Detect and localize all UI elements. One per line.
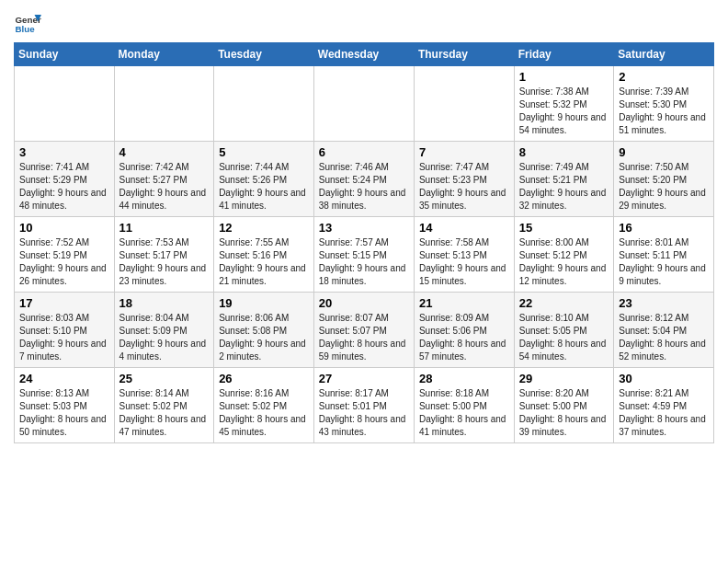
calendar-cell	[114, 66, 214, 142]
calendar-cell: 9Sunrise: 7:50 AM Sunset: 5:20 PM Daylig…	[614, 142, 714, 217]
day-number: 16	[619, 221, 709, 235]
day-info: Sunrise: 8:04 AM Sunset: 5:09 PM Dayligh…	[119, 312, 210, 363]
day-number: 5	[219, 145, 309, 159]
weekday-header-cell: Friday	[514, 43, 613, 66]
day-number: 13	[319, 221, 409, 235]
day-number: 21	[419, 296, 509, 310]
calendar-cell	[214, 66, 314, 142]
day-number: 9	[619, 145, 709, 159]
day-number: 7	[419, 145, 509, 159]
day-info: Sunrise: 8:12 AM Sunset: 5:04 PM Dayligh…	[619, 312, 709, 363]
day-info: Sunrise: 8:01 AM Sunset: 5:11 PM Dayligh…	[619, 236, 709, 288]
day-number: 24	[19, 372, 109, 385]
weekday-header-cell: Monday	[114, 43, 214, 66]
day-info: Sunrise: 7:46 AM Sunset: 5:24 PM Dayligh…	[319, 161, 409, 213]
calendar-week-row: 10Sunrise: 7:52 AM Sunset: 5:19 PM Dayli…	[15, 217, 714, 293]
day-number: 27	[319, 372, 409, 385]
day-number: 12	[219, 221, 309, 235]
day-number: 23	[619, 296, 709, 310]
calendar-cell: 12Sunrise: 7:55 AM Sunset: 5:16 PM Dayli…	[214, 217, 314, 293]
weekday-header-cell: Wednesday	[313, 43, 414, 66]
day-info: Sunrise: 7:49 AM Sunset: 5:21 PM Dayligh…	[519, 161, 609, 213]
calendar-body: 1Sunrise: 7:38 AM Sunset: 5:32 PM Daylig…	[15, 66, 714, 443]
calendar-cell: 22Sunrise: 8:10 AM Sunset: 5:05 PM Dayli…	[514, 293, 613, 368]
calendar-cell: 14Sunrise: 7:58 AM Sunset: 5:13 PM Dayli…	[414, 217, 514, 293]
calendar-cell: 2Sunrise: 7:39 AM Sunset: 5:30 PM Daylig…	[614, 66, 714, 142]
day-number: 22	[519, 296, 609, 310]
calendar-cell: 15Sunrise: 8:00 AM Sunset: 5:12 PM Dayli…	[514, 217, 613, 293]
day-info: Sunrise: 8:09 AM Sunset: 5:06 PM Dayligh…	[419, 312, 509, 363]
day-info: Sunrise: 7:47 AM Sunset: 5:23 PM Dayligh…	[419, 161, 509, 213]
calendar-cell: 23Sunrise: 8:12 AM Sunset: 5:04 PM Dayli…	[614, 293, 714, 368]
weekday-header-cell: Saturday	[614, 43, 714, 66]
day-number: 29	[519, 372, 609, 385]
calendar-week-row: 1Sunrise: 7:38 AM Sunset: 5:32 PM Daylig…	[15, 66, 714, 142]
day-number: 2	[619, 70, 709, 84]
calendar-cell: 1Sunrise: 7:38 AM Sunset: 5:32 PM Daylig…	[514, 66, 613, 142]
logo: General Blue	[14, 9, 41, 37]
calendar-cell: 18Sunrise: 8:04 AM Sunset: 5:09 PM Dayli…	[114, 293, 214, 368]
calendar-cell: 25Sunrise: 8:14 AM Sunset: 5:02 PM Dayli…	[114, 368, 214, 443]
day-number: 25	[119, 372, 210, 385]
calendar-cell	[414, 66, 514, 142]
day-info: Sunrise: 7:53 AM Sunset: 5:17 PM Dayligh…	[119, 236, 210, 288]
day-info: Sunrise: 7:58 AM Sunset: 5:13 PM Dayligh…	[419, 236, 509, 288]
day-info: Sunrise: 8:00 AM Sunset: 5:12 PM Dayligh…	[519, 236, 609, 288]
page-header: General Blue	[14, 9, 714, 37]
calendar-table: SundayMondayTuesdayWednesdayThursdayFrid…	[14, 42, 714, 443]
calendar-cell: 8Sunrise: 7:49 AM Sunset: 5:21 PM Daylig…	[514, 142, 613, 217]
calendar-week-row: 24Sunrise: 8:13 AM Sunset: 5:03 PM Dayli…	[15, 368, 714, 443]
day-number: 26	[219, 372, 309, 385]
weekday-header-cell: Tuesday	[214, 43, 314, 66]
day-info: Sunrise: 8:06 AM Sunset: 5:08 PM Dayligh…	[219, 312, 309, 363]
day-number: 19	[219, 296, 309, 310]
day-number: 30	[619, 372, 709, 385]
calendar-cell	[15, 66, 115, 142]
weekday-header-cell: Sunday	[15, 43, 115, 66]
day-info: Sunrise: 7:55 AM Sunset: 5:16 PM Dayligh…	[219, 236, 309, 288]
day-info: Sunrise: 8:21 AM Sunset: 4:59 PM Dayligh…	[619, 387, 709, 439]
calendar-cell: 29Sunrise: 8:20 AM Sunset: 5:00 PM Dayli…	[514, 368, 613, 443]
logo-icon: General Blue	[14, 9, 41, 37]
day-info: Sunrise: 7:52 AM Sunset: 5:19 PM Dayligh…	[19, 236, 109, 288]
day-number: 4	[119, 145, 210, 159]
calendar-cell: 5Sunrise: 7:44 AM Sunset: 5:26 PM Daylig…	[214, 142, 314, 217]
weekday-header-cell: Thursday	[414, 43, 514, 66]
calendar-cell: 17Sunrise: 8:03 AM Sunset: 5:10 PM Dayli…	[15, 293, 115, 368]
day-number: 17	[19, 296, 109, 310]
day-info: Sunrise: 8:16 AM Sunset: 5:02 PM Dayligh…	[219, 387, 309, 439]
day-number: 8	[519, 145, 609, 159]
day-info: Sunrise: 7:44 AM Sunset: 5:26 PM Dayligh…	[219, 161, 309, 213]
day-number: 15	[519, 221, 609, 235]
day-number: 3	[19, 145, 109, 159]
calendar-cell: 20Sunrise: 8:07 AM Sunset: 5:07 PM Dayli…	[313, 293, 414, 368]
day-number: 10	[19, 221, 109, 235]
day-info: Sunrise: 8:13 AM Sunset: 5:03 PM Dayligh…	[19, 387, 109, 439]
calendar-cell: 21Sunrise: 8:09 AM Sunset: 5:06 PM Dayli…	[414, 293, 514, 368]
day-number: 28	[419, 372, 509, 385]
calendar-cell: 19Sunrise: 8:06 AM Sunset: 5:08 PM Dayli…	[214, 293, 314, 368]
calendar-cell: 11Sunrise: 7:53 AM Sunset: 5:17 PM Dayli…	[114, 217, 214, 293]
day-number: 6	[319, 145, 409, 159]
calendar-cell: 24Sunrise: 8:13 AM Sunset: 5:03 PM Dayli…	[15, 368, 115, 443]
day-info: Sunrise: 8:18 AM Sunset: 5:00 PM Dayligh…	[419, 387, 509, 439]
day-info: Sunrise: 7:42 AM Sunset: 5:27 PM Dayligh…	[119, 161, 210, 213]
day-info: Sunrise: 8:17 AM Sunset: 5:01 PM Dayligh…	[319, 387, 409, 439]
day-number: 14	[419, 221, 509, 235]
day-info: Sunrise: 8:03 AM Sunset: 5:10 PM Dayligh…	[19, 312, 109, 363]
day-info: Sunrise: 7:41 AM Sunset: 5:29 PM Dayligh…	[19, 161, 109, 213]
day-info: Sunrise: 8:20 AM Sunset: 5:00 PM Dayligh…	[519, 387, 609, 439]
day-info: Sunrise: 7:38 AM Sunset: 5:32 PM Dayligh…	[519, 86, 609, 137]
calendar-week-row: 17Sunrise: 8:03 AM Sunset: 5:10 PM Dayli…	[15, 293, 714, 368]
calendar-cell	[313, 66, 414, 142]
day-info: Sunrise: 7:50 AM Sunset: 5:20 PM Dayligh…	[619, 161, 709, 213]
day-number: 18	[119, 296, 210, 310]
day-number: 1	[519, 70, 609, 84]
day-info: Sunrise: 8:07 AM Sunset: 5:07 PM Dayligh…	[319, 312, 409, 363]
calendar-week-row: 3Sunrise: 7:41 AM Sunset: 5:29 PM Daylig…	[15, 142, 714, 217]
day-info: Sunrise: 8:10 AM Sunset: 5:05 PM Dayligh…	[519, 312, 609, 363]
calendar-cell: 26Sunrise: 8:16 AM Sunset: 5:02 PM Dayli…	[214, 368, 314, 443]
day-number: 11	[119, 221, 210, 235]
day-number: 20	[319, 296, 409, 310]
calendar-cell: 7Sunrise: 7:47 AM Sunset: 5:23 PM Daylig…	[414, 142, 514, 217]
